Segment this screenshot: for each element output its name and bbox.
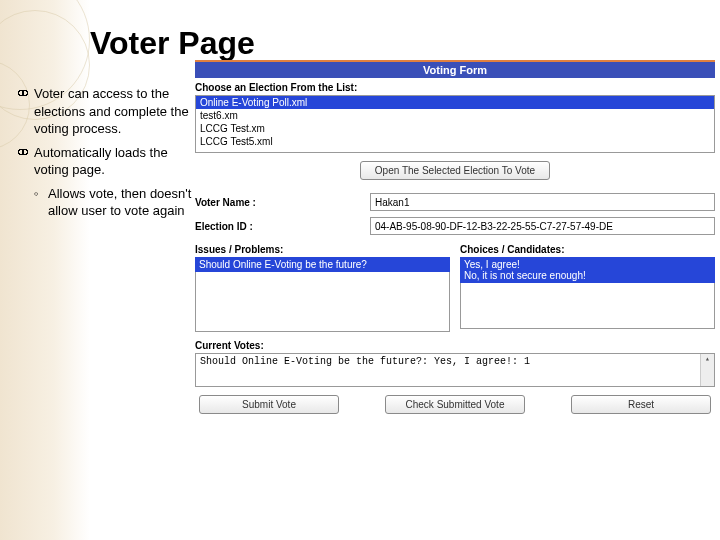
voter-name-label: Voter Name : — [195, 197, 370, 208]
scroll-up-icon[interactable]: ▴ — [701, 354, 714, 363]
choices-label: Choices / Candidates: — [460, 240, 715, 257]
voter-name-input[interactable] — [370, 193, 715, 211]
bullet-list: Voter can access to the elections and co… — [18, 85, 193, 226]
issues-listbox[interactable]: Should Online E-Voting be the future? — [195, 257, 450, 272]
current-votes-text: Should Online E-Voting be the future?: Y… — [200, 356, 530, 367]
open-election-button[interactable]: Open The Selected Election To Vote — [360, 161, 550, 180]
bullet-item: Automatically loads the voting page. — [18, 144, 193, 179]
choices-listbox[interactable]: Yes, I agree! No, it is not secure enoug… — [460, 257, 715, 283]
election-id-label: Election ID : — [195, 221, 370, 232]
issues-label: Issues / Problems: — [195, 240, 450, 257]
scrollbar[interactable]: ▴ — [700, 354, 714, 386]
election-option[interactable]: Online E-Voting Poll.xml — [196, 96, 714, 109]
current-votes-box: Should Online E-Voting be the future?: Y… — [195, 353, 715, 387]
slide-background-accent — [0, 0, 90, 540]
choose-election-label: Choose an Election From the List: — [195, 78, 715, 95]
issues-body[interactable] — [195, 272, 450, 332]
election-option[interactable]: LCCG Test.xm — [196, 122, 714, 135]
bullet-item: Voter can access to the elections and co… — [18, 85, 193, 138]
bullet-sub-item: Allows vote, then doesn't allow user to … — [18, 185, 193, 220]
choice-option[interactable]: No, it is not secure enough! — [464, 270, 711, 281]
check-submitted-vote-button[interactable]: Check Submitted Vote — [385, 395, 525, 414]
election-id-input[interactable] — [370, 217, 715, 235]
election-option[interactable]: LCCG Test5.xml — [196, 135, 714, 148]
reset-button[interactable]: Reset — [571, 395, 711, 414]
form-title-bar: Voting Form — [195, 60, 715, 78]
voting-form-panel: Voting Form Choose an Election From the … — [195, 60, 715, 414]
choices-body[interactable] — [460, 283, 715, 329]
election-option[interactable]: test6.xm — [196, 109, 714, 122]
choice-option[interactable]: Yes, I agree! — [464, 259, 711, 270]
page-title: Voter Page — [90, 25, 255, 62]
current-votes-label: Current Votes: — [195, 336, 715, 353]
submit-vote-button[interactable]: Submit Vote — [199, 395, 339, 414]
election-listbox[interactable]: Online E-Voting Poll.xml test6.xm LCCG T… — [195, 95, 715, 153]
